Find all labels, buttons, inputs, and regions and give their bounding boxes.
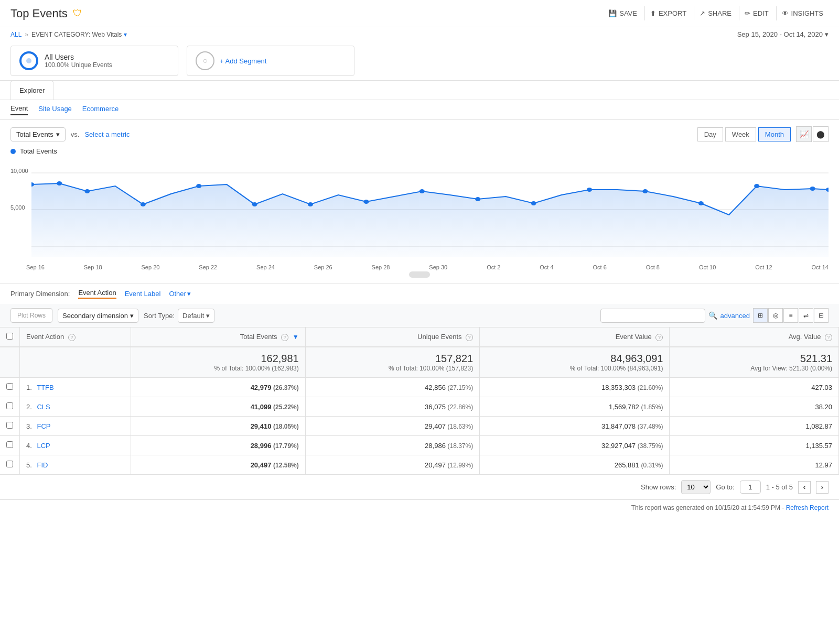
event-action-link[interactable]: Event Action bbox=[78, 289, 116, 299]
row2-checkbox[interactable] bbox=[0, 397, 20, 417]
advanced-link[interactable]: advanced bbox=[720, 312, 750, 320]
breadcrumb-all[interactable]: ALL bbox=[10, 31, 21, 38]
total-events-help[interactable]: ? bbox=[281, 334, 288, 341]
x-label-8: Oct 2 bbox=[487, 264, 500, 270]
x-label-13: Oct 12 bbox=[755, 264, 772, 270]
total-avg-cell: 521.31 Avg for View: 521.30 (0.00%) bbox=[670, 347, 839, 378]
row1-checkbox[interactable] bbox=[0, 378, 20, 397]
row4-checkbox[interactable] bbox=[0, 436, 20, 455]
x-label-4: Sep 24 bbox=[256, 264, 275, 270]
tab-ecommerce[interactable]: Ecommerce bbox=[82, 105, 119, 115]
search-button[interactable]: 🔍 bbox=[708, 311, 717, 320]
pie-view-icon[interactable]: ◎ bbox=[768, 308, 783, 323]
unique-events-help[interactable]: ? bbox=[466, 334, 473, 341]
add-segment-label: + Add Segment bbox=[220, 57, 266, 65]
pie-chart-icon[interactable]: ⬤ bbox=[813, 126, 829, 142]
total-unique-cell: 157,821 % of Total: 100.00% (157,823) bbox=[305, 347, 479, 378]
tab-site-usage[interactable]: Site Usage bbox=[38, 105, 72, 115]
sort-arrow-down[interactable]: ▼ bbox=[293, 333, 299, 341]
edit-button[interactable]: ✏ EDIT bbox=[739, 6, 774, 20]
day-button[interactable]: Day bbox=[697, 127, 723, 141]
table-row: 5. FID 20,497 (12.58%) 20,497 (12.99%) 2… bbox=[0, 455, 839, 475]
table-row: 3. FCP 29,410 (18.05%) 29,407 (18.63%) 3… bbox=[0, 417, 839, 436]
next-page-button[interactable]: › bbox=[816, 481, 829, 494]
other-chevron-icon: ▾ bbox=[187, 290, 191, 298]
row5-total-events: 20,497 (12.58%) bbox=[131, 455, 305, 475]
chart-legend: Total Events bbox=[10, 147, 829, 155]
report-timestamp: This report was generated on 10/15/20 at… bbox=[631, 504, 786, 511]
time-period-buttons: Day Week Month bbox=[697, 127, 791, 141]
event-action-help[interactable]: ? bbox=[68, 334, 76, 341]
total-event-value-cell: 84,963,091 % of Total: 100.00% (84,963,0… bbox=[480, 347, 670, 378]
chart-area: Total Events 10,000 5,000 bbox=[0, 142, 839, 278]
breadcrumb: ALL » EVENT CATEGORY: Web Vitals ▾ bbox=[10, 31, 127, 38]
event-value-help[interactable]: ? bbox=[655, 334, 663, 341]
explorer-tab[interactable]: Explorer bbox=[10, 81, 53, 100]
chart-scroll-handle[interactable] bbox=[409, 271, 430, 278]
save-button[interactable]: 💾 SAVE bbox=[603, 6, 642, 20]
bar-view-icon[interactable]: ≡ bbox=[783, 308, 798, 323]
page-title: Top Events bbox=[10, 7, 68, 20]
header-left: Top Events 🛡 bbox=[10, 7, 82, 20]
row2-avg-value: 38.20 bbox=[670, 397, 839, 417]
x-label-5: Sep 26 bbox=[314, 264, 332, 270]
metric-dropdown[interactable]: Total Events ▾ bbox=[10, 127, 66, 141]
refresh-report-link[interactable]: Refresh Report bbox=[786, 504, 829, 511]
svg-point-16 bbox=[642, 189, 648, 193]
row3-action-link[interactable]: FCP bbox=[37, 422, 50, 430]
row5-checkbox[interactable] bbox=[0, 455, 20, 475]
rows-per-page-select[interactable]: 10 25 50 100 bbox=[681, 480, 711, 494]
secondary-dimension-dropdown[interactable]: Secondary dimension ▾ bbox=[58, 309, 138, 323]
svg-point-9 bbox=[252, 202, 257, 206]
breadcrumb-dropdown-icon[interactable]: ▾ bbox=[124, 31, 127, 38]
month-button[interactable]: Month bbox=[758, 127, 791, 141]
other-dimension-dropdown[interactable]: Other ▾ bbox=[169, 290, 191, 298]
legend-dot bbox=[10, 149, 16, 154]
primary-dimension-label: Primary Dimension: bbox=[10, 290, 70, 298]
line-chart-icon[interactable]: 📈 bbox=[796, 126, 812, 142]
goto-input[interactable] bbox=[740, 481, 761, 494]
x-label-12: Oct 10 bbox=[699, 264, 716, 270]
event-label-link[interactable]: Event Label bbox=[125, 290, 161, 298]
select-all-checkbox[interactable] bbox=[6, 333, 13, 340]
breadcrumb-separator: » bbox=[25, 31, 28, 38]
svg-point-19 bbox=[810, 187, 815, 191]
search-input[interactable] bbox=[600, 309, 705, 323]
x-label-11: Oct 8 bbox=[646, 264, 660, 270]
sort-type-dropdown[interactable]: Default ▾ bbox=[178, 309, 214, 323]
table-icon[interactable]: ⊞ bbox=[753, 308, 768, 323]
export-button[interactable]: ⬆ EXPORT bbox=[644, 6, 692, 20]
row4-action-link[interactable]: LCP bbox=[37, 442, 50, 450]
total-events-cell: 162,981 % of Total: 100.00% (162,983) bbox=[131, 347, 305, 378]
x-label-7: Sep 30 bbox=[429, 264, 447, 270]
row2-action: 2. CLS bbox=[20, 397, 131, 417]
segment-bar: All Users 100.00% Unique Events ○ + Add … bbox=[0, 41, 839, 81]
plot-rows-button[interactable]: Plot Rows bbox=[10, 308, 52, 323]
date-range[interactable]: Sep 15, 2020 - Oct 14, 2020 ▾ bbox=[737, 30, 829, 38]
row3-checkbox[interactable] bbox=[0, 417, 20, 436]
tab-event[interactable]: Event bbox=[10, 104, 28, 115]
chart-controls: Total Events ▾ vs. Select a metric Day W… bbox=[0, 120, 839, 142]
share-button[interactable]: ↗ SHARE bbox=[694, 6, 737, 20]
row4-event-value: 32,927,047 (38.75%) bbox=[480, 436, 670, 455]
prev-page-button[interactable]: ‹ bbox=[798, 481, 811, 494]
row2-total-events: 41,099 (25.22%) bbox=[131, 397, 305, 417]
total-event-value: 84,963,091 bbox=[486, 353, 663, 365]
total-unique-pct: % of Total: 100.00% (157,823) bbox=[312, 365, 473, 372]
segment-subtitle: 100.00% Unique Events bbox=[45, 61, 112, 69]
date-range-chevron: ▾ bbox=[825, 30, 829, 38]
total-row: 162,981 % of Total: 100.00% (162,983) 15… bbox=[0, 347, 839, 378]
goto-label: Go to: bbox=[716, 483, 734, 491]
add-segment-button[interactable]: ○ + Add Segment bbox=[187, 46, 354, 76]
table-controls: Plot Rows Secondary dimension ▾ Sort Typ… bbox=[0, 304, 839, 328]
week-button[interactable]: Week bbox=[725, 127, 756, 141]
row2-action-link[interactable]: CLS bbox=[37, 403, 50, 411]
select-metric-link[interactable]: Select a metric bbox=[84, 130, 130, 138]
compare-icon[interactable]: ⇌ bbox=[799, 308, 813, 323]
pivot-icon[interactable]: ⊟ bbox=[814, 308, 829, 323]
row5-action-link[interactable]: FID bbox=[37, 461, 48, 469]
row1-action-link[interactable]: TTFB bbox=[37, 384, 54, 391]
insights-button[interactable]: 👁 INSIGHTS bbox=[776, 6, 829, 20]
avg-value-help[interactable]: ? bbox=[825, 334, 832, 341]
checkbox-header[interactable] bbox=[0, 328, 20, 347]
